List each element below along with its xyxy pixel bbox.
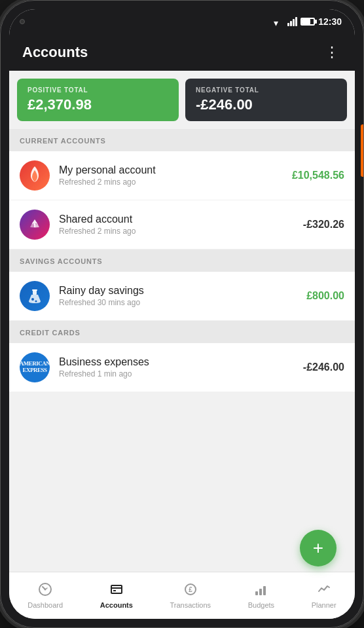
app-header: Accounts ⋮ xyxy=(9,34,355,71)
svg-rect-12 xyxy=(259,589,262,595)
credit-cards-label: CREDIT CARDS xyxy=(20,329,81,337)
menu-button[interactable]: ⋮ xyxy=(322,41,342,64)
orange-accent-bar xyxy=(361,124,364,177)
planner-icon xyxy=(317,582,331,600)
account-info-personal: My personal account Refreshed 2 mins ago xyxy=(59,164,292,187)
account-refresh-shared: Refreshed 2 mins ago xyxy=(59,227,303,236)
nav-item-planner[interactable]: Planner xyxy=(304,578,344,613)
account-info-shared: Shared account Refreshed 2 mins ago xyxy=(59,213,303,236)
wifi-icon: ▾ xyxy=(274,18,284,26)
account-amount-business: -£246.00 xyxy=(303,361,344,373)
negative-total-card: NEGATIVE TOTAL -£246.00 xyxy=(185,79,347,121)
fab-container: + xyxy=(300,530,337,566)
dashboard-icon xyxy=(38,582,52,600)
account-item-rainy[interactable]: Rainy day savings Refreshed 30 mins ago … xyxy=(9,272,355,321)
current-accounts-label: CURRENT ACCOUNTS xyxy=(20,137,106,145)
phone-frame: ▾ 12:30 Accounts ⋮ POSITIVE TOT xyxy=(0,0,364,628)
budgets-label: Budgets xyxy=(248,601,274,609)
positive-total-card: POSITIVE TOTAL £2,370.98 xyxy=(17,79,179,121)
transactions-icon: £ xyxy=(183,582,198,600)
svg-point-5 xyxy=(45,589,46,591)
nav-item-budgets[interactable]: Budgets xyxy=(240,578,282,613)
negative-label: NEGATIVE TOTAL xyxy=(196,86,337,94)
budgets-icon xyxy=(254,582,268,600)
savings-accounts-label: SAVINGS ACCOUNTS xyxy=(20,257,102,265)
svg-rect-8 xyxy=(113,590,116,591)
main-content: POSITIVE TOTAL £2,370.98 NEGATIVE TOTAL … xyxy=(9,71,355,572)
svg-text:£: £ xyxy=(189,586,192,593)
nav-item-dashboard[interactable]: Dashboard xyxy=(20,578,71,613)
negative-amount: -£246.00 xyxy=(196,96,337,113)
current-accounts-header: CURRENT ACCOUNTS xyxy=(9,129,355,151)
status-left xyxy=(20,19,25,24)
svg-rect-6 xyxy=(111,585,122,593)
accounts-label: Accounts xyxy=(100,601,133,609)
savings-accounts-header: SAVINGS ACCOUNTS xyxy=(9,249,355,272)
account-icon-rainy xyxy=(20,281,50,311)
svg-point-1 xyxy=(31,298,34,301)
account-item-personal[interactable]: My personal account Refreshed 2 mins ago… xyxy=(9,151,355,200)
nav-item-transactions[interactable]: £ Transactions xyxy=(162,578,219,613)
status-time: 12:30 xyxy=(318,16,342,27)
transactions-label: Transactions xyxy=(170,601,211,609)
account-amount-rainy: £800.00 xyxy=(306,290,344,302)
account-item-shared[interactable]: Shared account Refreshed 2 mins ago -£32… xyxy=(9,200,355,249)
accounts-icon xyxy=(109,582,124,600)
bottom-nav: Dashboard Accounts £ xyxy=(9,572,355,619)
account-name-personal: My personal account xyxy=(59,164,292,176)
account-amount-shared: -£320.26 xyxy=(303,219,344,231)
bottom-spacer xyxy=(9,392,355,445)
add-account-button[interactable]: + xyxy=(300,530,337,566)
planner-label: Planner xyxy=(312,601,337,609)
svg-point-2 xyxy=(35,301,37,303)
signal-icon xyxy=(287,17,297,26)
positive-label: POSITIVE TOTAL xyxy=(27,86,168,94)
battery-icon xyxy=(300,18,315,26)
account-info-rainy: Rainy day savings Refreshed 30 mins ago xyxy=(59,285,306,307)
front-camera xyxy=(20,19,25,24)
amex-logo: AMERICANEXPRESS xyxy=(20,361,50,374)
account-item-business[interactable]: AMERICANEXPRESS Business expenses Refres… xyxy=(9,343,355,392)
account-refresh-personal: Refreshed 2 mins ago xyxy=(59,177,292,187)
credit-cards-header: CREDIT CARDS xyxy=(9,321,355,343)
account-name-rainy: Rainy day savings xyxy=(59,285,306,297)
nav-item-accounts[interactable]: Accounts xyxy=(92,578,141,613)
account-refresh-rainy: Refreshed 30 mins ago xyxy=(59,298,306,307)
account-icon-business: AMERICANEXPRESS xyxy=(20,352,50,382)
account-refresh-business: Refreshed 1 min ago xyxy=(59,369,303,379)
status-right: ▾ 12:30 xyxy=(274,16,342,27)
status-bar: ▾ 12:30 xyxy=(9,9,355,34)
screen: ▾ 12:30 Accounts ⋮ POSITIVE TOT xyxy=(9,9,355,619)
account-icon-personal xyxy=(20,160,50,191)
summary-cards: POSITIVE TOTAL £2,370.98 NEGATIVE TOTAL … xyxy=(9,71,355,129)
account-info-business: Business expenses Refreshed 1 min ago xyxy=(59,356,303,379)
dashboard-label: Dashboard xyxy=(27,601,63,609)
page-title: Accounts xyxy=(22,44,88,61)
account-amount-personal: £10,548.56 xyxy=(292,170,344,181)
svg-rect-3 xyxy=(32,289,37,291)
account-icon-shared xyxy=(20,210,50,240)
svg-rect-13 xyxy=(263,586,266,595)
account-name-business: Business expenses xyxy=(59,356,303,368)
svg-rect-11 xyxy=(255,591,258,595)
positive-amount: £2,370.98 xyxy=(27,96,168,113)
account-name-shared: Shared account xyxy=(59,213,303,225)
